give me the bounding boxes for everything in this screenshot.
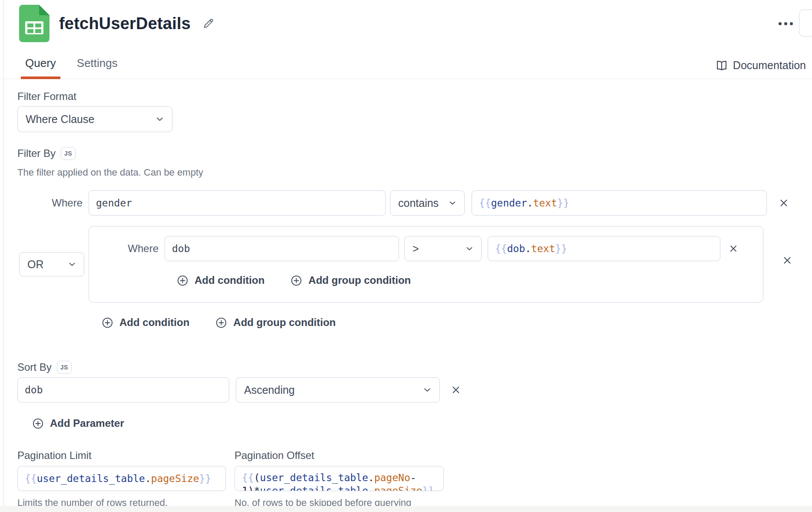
group-operator-select[interactable]: > [404, 236, 482, 261]
close-icon [450, 384, 462, 396]
sort-row: dob Ascending [17, 377, 812, 402]
group-condition-row: Where dob > {{dob.text}} [89, 236, 763, 261]
code-token: . [368, 485, 374, 491]
pagination-limit-label: Pagination Limit [17, 449, 226, 462]
group-logic-value: OR [27, 258, 44, 271]
code-token: pageSize [151, 473, 199, 484]
code-token: 1)* [242, 485, 260, 491]
add-parameter-label: Add Parameter [50, 417, 124, 429]
plus-circle-icon [215, 317, 227, 329]
code-token: pageSize [374, 485, 423, 491]
filter-format-select[interactable]: Where Clause [17, 106, 172, 132]
delete-group-button[interactable] [782, 255, 793, 266]
code-token: pageNo [374, 472, 410, 483]
tab-settings[interactable]: Settings [73, 57, 122, 79]
add-condition-label: Add condition [119, 316, 189, 329]
group-column-input[interactable]: dob [165, 236, 399, 261]
where-label: Where [126, 243, 158, 255]
condition-group-row: OR Where dob > [17, 226, 812, 303]
edge-partial-button[interactable] [799, 10, 812, 37]
filter-condition-row: Where gender contains {{gender.text}} [17, 190, 812, 216]
sort-add-row: Add Parameter [32, 417, 812, 429]
plus-circle-icon [102, 317, 113, 329]
group-add-group-condition-button[interactable]: Add group condition [290, 274, 411, 286]
code-token: . [527, 197, 533, 209]
code-token: }} [199, 473, 211, 484]
dot-icon [790, 22, 793, 25]
group-add-condition-button[interactable]: Add condition [177, 274, 264, 286]
documentation-link[interactable]: Documentation [716, 59, 806, 79]
sort-by-label: Sort By [17, 361, 52, 373]
filter-format-label: Filter Format [17, 90, 812, 103]
code-token: . [368, 472, 374, 483]
code-line: 1)*user_details_table.pageSize}} [242, 484, 436, 491]
plus-circle-icon [177, 275, 188, 286]
pagination-offset-input[interactable]: {{(user_details_table.pageNo- 1)*user_de… [234, 466, 444, 491]
sort-order-select[interactable]: Ascending [236, 377, 440, 402]
group-column-value: dob [172, 243, 190, 254]
pagination-limit-input[interactable]: {{user_details_table.pageSize}} [17, 466, 226, 491]
chevron-down-icon [465, 244, 474, 253]
code-line: {{(user_details_table.pageNo- [242, 471, 436, 484]
group-logic-select[interactable]: OR [19, 252, 84, 276]
query-title: fetchUserDetails [59, 14, 191, 33]
tab-settings-label: Settings [77, 57, 118, 70]
pagination-section: Pagination Limit {{user_details_table.pa… [17, 449, 812, 509]
pencil-icon [202, 17, 215, 30]
documentation-label: Documentation [733, 59, 806, 72]
sort-by-js-toggle[interactable]: JS [57, 361, 72, 374]
add-group-condition-button[interactable]: Add group condition [215, 316, 336, 329]
code-token: user_details_table [260, 472, 368, 483]
code-token: user_details_table [37, 473, 145, 484]
chevron-down-icon [67, 259, 77, 269]
filter-by-label: Filter By [17, 147, 56, 160]
code-token: gender [491, 197, 527, 209]
group-operator-value: > [413, 243, 419, 255]
code-token: {{ [479, 197, 491, 209]
code-token: text [533, 197, 557, 209]
pagination-offset-label: Pagination Offset [234, 449, 444, 462]
filter-add-buttons: Add condition Add group condition [102, 316, 812, 329]
filter-column-value: gender [96, 197, 132, 209]
filter-by-js-toggle[interactable]: JS [61, 147, 76, 160]
filter-operator-select[interactable]: contains [390, 190, 465, 216]
sort-order-value: Ascending [244, 384, 295, 396]
add-parameter-button[interactable]: Add Parameter [32, 417, 124, 429]
chevron-down-icon [448, 198, 457, 208]
edit-name-button[interactable] [202, 17, 215, 30]
filter-value-input[interactable]: {{gender.text}} [472, 190, 767, 216]
book-icon [716, 60, 728, 72]
google-sheets-icon [19, 5, 50, 42]
plus-circle-icon [32, 418, 44, 429]
filter-by-helper: The filter applied on the data. Can be e… [17, 167, 812, 178]
sort-column-input[interactable]: dob [17, 377, 229, 402]
sort-by-label-row: Sort By JS [17, 361, 812, 374]
bottom-panel-edge [0, 506, 812, 512]
pagination-offset-field: Pagination Offset {{(user_details_table.… [234, 449, 444, 509]
filter-by-label-row: Filter By JS [17, 147, 812, 160]
code-token: }} [422, 485, 434, 491]
delete-sort-button[interactable] [450, 384, 462, 396]
where-label: Where [17, 197, 83, 209]
tab-query[interactable]: Query [21, 57, 60, 79]
delete-condition-button[interactable] [778, 197, 789, 209]
more-options-button[interactable] [779, 22, 793, 25]
delete-group-condition-button[interactable] [728, 243, 739, 254]
close-icon [778, 197, 789, 209]
code-token: }} [555, 243, 568, 254]
code-token: {{ [242, 472, 254, 483]
filter-format-value: Where Clause [26, 113, 94, 126]
code-token: . [145, 473, 151, 484]
tab-bar: Query Settings Documentation [0, 43, 812, 79]
filter-column-input[interactable]: gender [89, 190, 386, 216]
close-icon [782, 255, 793, 266]
query-header: fetchUserDetails [0, 0, 812, 43]
filter-operator-value: contains [398, 197, 439, 209]
code-token: . [525, 243, 531, 254]
group-value-input[interactable]: {{dob.text}} [488, 236, 720, 261]
add-condition-button[interactable]: Add condition [102, 316, 189, 329]
code-token: ( [254, 472, 260, 483]
plus-circle-icon [290, 275, 302, 286]
dot-icon [784, 22, 787, 25]
code-token: dob [507, 243, 525, 254]
